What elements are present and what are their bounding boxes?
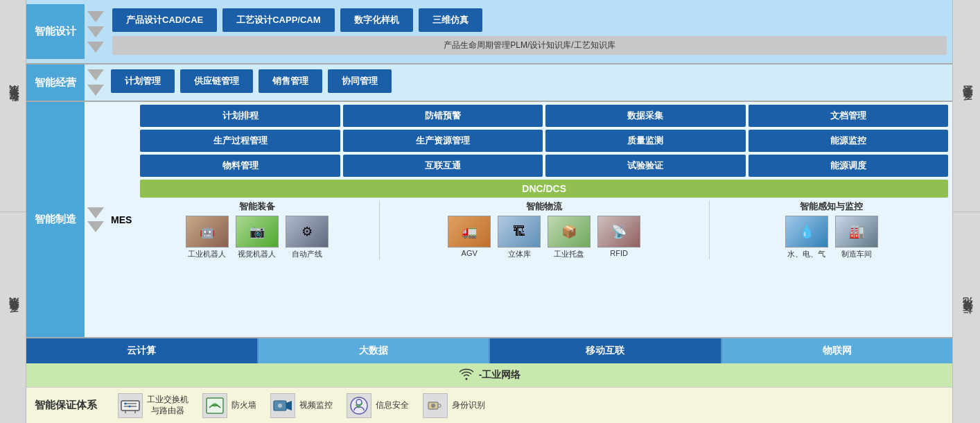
cloud-computing-cell: 云计算 bbox=[26, 338, 259, 363]
data-collect-text: 数据集成 bbox=[7, 101, 19, 110]
intelligent-design-row: 智能设计 产品设计CAD/CAE 工艺设计CAPP/CAM 数字化样机 三维仿真… bbox=[26, 0, 952, 64]
3d-sim-button[interactable]: 三维仿真 bbox=[419, 8, 482, 32]
infrastructure-row: 云计算 大数据 移动互联 物联网 bbox=[26, 338, 952, 363]
firewall-icon bbox=[202, 393, 227, 418]
identity-label: 身份识别 bbox=[452, 400, 485, 411]
guarantee-row: 智能保证体系 工业交换机 bbox=[26, 387, 952, 423]
mes-cell-energy-dispatch: 能源调度 bbox=[749, 155, 948, 177]
mes-cell-quality: 质量监测 bbox=[545, 130, 745, 152]
left-panel: 数据集成 系统集成 bbox=[0, 0, 26, 423]
sys-security-label: 系统安全 bbox=[953, 0, 980, 212]
switch-icon bbox=[118, 393, 143, 418]
smart-sensing-group: 智能感知与监控 💧 水、电、气 🏭 制造车间 bbox=[715, 200, 948, 259]
guarantee-items: 工业交换机与路由器 防火墙 bbox=[118, 393, 485, 418]
mes-cell-energy-mon: 能源监控 bbox=[749, 130, 948, 152]
mes-cell-prod-proc: 生产过程管理 bbox=[140, 130, 340, 152]
arrow-down-1 bbox=[87, 11, 104, 22]
pallet-image: 📦 bbox=[548, 216, 590, 248]
video-icon bbox=[270, 393, 295, 418]
std-norm-text: 标准规范 bbox=[961, 313, 973, 322]
auto-line-label: 自动产线 bbox=[292, 249, 322, 259]
intelligent-manufacturing-label: 智能制造 bbox=[26, 102, 85, 337]
intelligent-manufacturing-row: 智能制造 MES 计划排程 防错预警 数据采集 文档管理 生产过程管理 bbox=[26, 102, 952, 338]
cad-cae-button[interactable]: 产品设计CAD/CAE bbox=[112, 8, 217, 32]
plan-mgmt-button[interactable]: 计划管理 bbox=[111, 69, 175, 93]
big-data-cell: 大数据 bbox=[259, 338, 491, 363]
switch-label: 工业交换机与路由器 bbox=[147, 395, 189, 416]
sys-integrate-label: 系统集成 bbox=[0, 212, 26, 424]
dnc-dcs-bar: DNC/DCS bbox=[140, 180, 948, 198]
arrow-down-3 bbox=[87, 42, 104, 53]
arrow-down-5 bbox=[87, 85, 104, 96]
mes-cell-data-collect: 数据采集 bbox=[545, 105, 745, 127]
manufacturing-inner: 计划排程 防错预警 数据采集 文档管理 生产过程管理 生产资源管理 质量监测 能… bbox=[136, 102, 952, 337]
security-label: 信息安全 bbox=[376, 400, 409, 411]
arrow-down-6 bbox=[87, 207, 104, 218]
mes-grid-row2: 生产过程管理 生产资源管理 质量监测 能源监控 bbox=[140, 130, 948, 152]
intelligent-design-content: 产品设计CAD/CAE 工艺设计CAPP/CAM 数字化样机 三维仿真 产品生命… bbox=[107, 4, 952, 59]
network-row: -工业网络 bbox=[26, 363, 952, 387]
intelligent-design-label: 智能设计 bbox=[26, 4, 85, 59]
mes-cell-error-prevent: 防错预警 bbox=[343, 105, 543, 127]
rfid-label: RFID bbox=[610, 249, 628, 257]
std-norm-label: 标准规范 bbox=[953, 212, 980, 424]
digital-mock-button[interactable]: 数字化样机 bbox=[340, 8, 413, 32]
data-collect-label: 数据集成 bbox=[0, 0, 26, 212]
auto-line-item: ⚙ 自动产线 bbox=[283, 216, 331, 259]
right-panel: 系统安全 标准规范 bbox=[952, 0, 980, 423]
sales-mgmt-button[interactable]: 销售管理 bbox=[259, 69, 322, 93]
guarantee-item-switch: 工业交换机与路由器 bbox=[118, 393, 189, 418]
intelligent-management-label: 智能经营 bbox=[26, 64, 85, 101]
water-elec-gas-image: 💧 bbox=[785, 216, 828, 248]
pallet-item: 📦 工业托盘 bbox=[545, 216, 593, 259]
smart-logistics-items: 🚛 AGV 🏗 立体库 📦 工业托盘 bbox=[385, 216, 703, 259]
stereo-storage-item: 🏗 立体库 bbox=[496, 216, 543, 259]
wifi-icon bbox=[458, 367, 475, 384]
network-label: -工业网络 bbox=[479, 369, 521, 381]
mes-grid-row1: 计划排程 防错预警 数据采集 文档管理 bbox=[140, 105, 948, 127]
supply-chain-button[interactable]: 供应链管理 bbox=[180, 69, 253, 93]
guarantee-item-video: 视频监控 bbox=[270, 393, 333, 418]
vision-robot-item: 📷 视觉机器人 bbox=[234, 216, 281, 259]
svg-point-10 bbox=[278, 404, 282, 408]
mes-cell-doc-mgmt: 文档管理 bbox=[749, 105, 948, 127]
mes-cell-interconnect: 互联互通 bbox=[343, 155, 543, 177]
separator-1 bbox=[379, 200, 380, 259]
arrow-down-4 bbox=[87, 69, 104, 80]
collab-mgmt-button[interactable]: 协同管理 bbox=[328, 69, 392, 93]
agv-image: 🚛 bbox=[448, 216, 491, 248]
smart-logistics-title: 智能物流 bbox=[385, 200, 703, 213]
vision-robot-image: 📷 bbox=[236, 216, 279, 248]
water-elec-gas-item: 💧 水、电、气 bbox=[783, 216, 830, 259]
iot-cell: 物联网 bbox=[722, 338, 953, 363]
intelligent-management-content: 计划管理 供应链管理 销售管理 协同管理 bbox=[107, 64, 952, 101]
mes-label: MES bbox=[107, 102, 136, 337]
video-label: 视频监控 bbox=[299, 400, 333, 411]
sys-security-text: 系统安全 bbox=[961, 101, 973, 110]
mes-cell-plan-schedule: 计划排程 bbox=[140, 105, 340, 127]
smart-equipment-items: 🤖 工业机器人 📷 视觉机器人 ⚙ 自动产线 bbox=[140, 216, 373, 259]
guarantee-label: 智能保证体系 bbox=[35, 399, 97, 412]
smart-sensing-items: 💧 水、电、气 🏭 制造车间 bbox=[715, 216, 948, 259]
firewall-label: 防火墙 bbox=[231, 400, 256, 411]
guarantee-item-identity: 身份识别 bbox=[423, 393, 485, 418]
pallet-label: 工业托盘 bbox=[554, 249, 584, 259]
security-icon bbox=[347, 393, 371, 418]
smart-sensing-title: 智能感知与监控 bbox=[715, 200, 948, 213]
robot-item: 🤖 工业机器人 bbox=[184, 216, 231, 259]
svg-marker-9 bbox=[286, 401, 292, 411]
guarantee-item-firewall: 防火墙 bbox=[202, 393, 256, 418]
capp-cam-button[interactable]: 工艺设计CAPP/CAM bbox=[222, 8, 334, 32]
mobile-internet-cell: 移动互联 bbox=[490, 338, 722, 363]
agv-item: 🚛 AGV bbox=[446, 216, 493, 259]
management-buttons-row: 计划管理 供应链管理 销售管理 协同管理 bbox=[111, 69, 948, 93]
smart-equipment-group: 智能装备 🤖 工业机器人 📷 视觉机器人 ⚙ bbox=[140, 200, 373, 259]
robot-label: 工业机器人 bbox=[188, 249, 226, 259]
auto-line-image: ⚙ bbox=[286, 216, 329, 248]
identity-icon bbox=[423, 393, 448, 418]
arrow-down-2 bbox=[87, 26, 104, 37]
center-content: 智能设计 产品设计CAD/CAE 工艺设计CAPP/CAM 数字化样机 三维仿真… bbox=[26, 0, 952, 423]
arrow-down-7 bbox=[87, 221, 104, 232]
design-buttons-row: 产品设计CAD/CAE 工艺设计CAPP/CAM 数字化样机 三维仿真 bbox=[112, 8, 947, 32]
mes-grid-row3: 物料管理 互联互通 试验验证 能源调度 bbox=[140, 155, 948, 177]
